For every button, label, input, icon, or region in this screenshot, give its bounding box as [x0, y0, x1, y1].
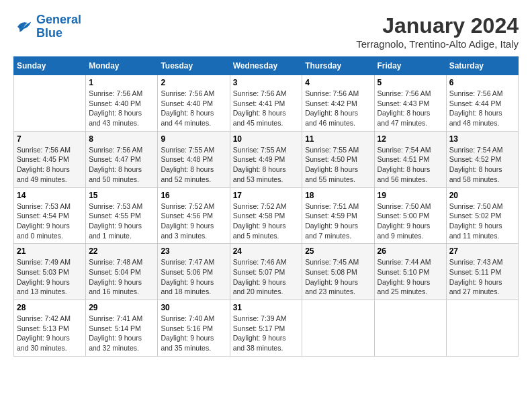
day-number: 8 [89, 134, 154, 144]
day-info: Sunrise: 7:55 AM Sunset: 4:50 PM Dayligh… [305, 145, 371, 185]
day-number: 1 [89, 78, 154, 87]
day-cell: 15Sunrise: 7:53 AM Sunset: 4:55 PM Dayli… [86, 187, 158, 244]
day-cell: 20Sunrise: 7:50 AM Sunset: 5:02 PM Dayli… [446, 187, 518, 244]
day-number: 17 [233, 191, 300, 200]
day-info: Sunrise: 7:40 AM Sunset: 5:16 PM Dayligh… [161, 314, 226, 353]
day-cell: 29Sunrise: 7:41 AM Sunset: 5:14 PM Dayli… [86, 300, 158, 357]
day-number: 19 [378, 191, 443, 200]
calendar: SundayMondayTuesdayWednesdayThursdayFrid… [13, 56, 519, 357]
day-info: Sunrise: 7:42 AM Sunset: 5:13 PM Dayligh… [17, 314, 83, 353]
day-info: Sunrise: 7:47 AM Sunset: 5:06 PM Dayligh… [161, 257, 226, 297]
day-number: 30 [161, 303, 226, 312]
day-info: Sunrise: 7:50 AM Sunset: 5:02 PM Dayligh… [449, 201, 515, 241]
day-cell: 30Sunrise: 7:40 AM Sunset: 5:16 PM Dayli… [158, 300, 230, 357]
day-number: 23 [161, 246, 226, 256]
day-cell: 18Sunrise: 7:51 AM Sunset: 4:59 PM Dayli… [302, 187, 374, 244]
day-info: Sunrise: 7:39 AM Sunset: 5:17 PM Dayligh… [233, 314, 300, 353]
day-info: Sunrise: 7:55 AM Sunset: 4:48 PM Dayligh… [161, 145, 226, 185]
day-cell [446, 300, 518, 357]
day-cell: 28Sunrise: 7:42 AM Sunset: 5:13 PM Dayli… [14, 300, 86, 357]
day-number: 22 [89, 246, 154, 256]
day-number: 11 [305, 134, 371, 144]
day-number: 3 [233, 78, 300, 87]
header-saturday: Saturday [446, 57, 518, 75]
day-info: Sunrise: 7:48 AM Sunset: 5:04 PM Dayligh… [89, 257, 154, 297]
week-row-4: 28Sunrise: 7:42 AM Sunset: 5:13 PM Dayli… [14, 300, 519, 357]
day-number: 18 [305, 191, 371, 200]
day-info: Sunrise: 7:56 AM Sunset: 4:45 PM Dayligh… [17, 145, 83, 185]
day-cell: 22Sunrise: 7:48 AM Sunset: 5:04 PM Dayli… [86, 244, 158, 300]
day-cell: 10Sunrise: 7:55 AM Sunset: 4:49 PM Dayli… [230, 131, 302, 187]
day-info: Sunrise: 7:50 AM Sunset: 5:00 PM Dayligh… [378, 201, 443, 241]
day-info: Sunrise: 7:53 AM Sunset: 4:54 PM Dayligh… [17, 201, 83, 241]
day-number: 9 [161, 134, 226, 144]
day-info: Sunrise: 7:56 AM Sunset: 4:47 PM Dayligh… [89, 145, 154, 185]
day-number: 29 [89, 303, 154, 312]
day-cell: 5Sunrise: 7:56 AM Sunset: 4:43 PM Daylig… [374, 75, 446, 132]
day-info: Sunrise: 7:56 AM Sunset: 4:43 PM Dayligh… [378, 89, 443, 128]
day-cell: 25Sunrise: 7:45 AM Sunset: 5:08 PM Dayli… [302, 244, 374, 300]
week-row-2: 14Sunrise: 7:53 AM Sunset: 4:54 PM Dayli… [14, 187, 519, 244]
day-info: Sunrise: 7:53 AM Sunset: 4:55 PM Dayligh… [89, 201, 154, 241]
day-number: 4 [305, 78, 371, 87]
day-cell: 2Sunrise: 7:56 AM Sunset: 4:40 PM Daylig… [158, 75, 230, 132]
day-cell [14, 75, 86, 132]
day-info: Sunrise: 7:41 AM Sunset: 5:14 PM Dayligh… [89, 314, 154, 353]
header-friday: Friday [374, 57, 446, 75]
location-title: Terragnolo, Trentino-Alto Adige, Italy [356, 38, 519, 50]
day-info: Sunrise: 7:56 AM Sunset: 4:44 PM Dayligh… [449, 89, 515, 128]
day-info: Sunrise: 7:56 AM Sunset: 4:41 PM Dayligh… [233, 89, 300, 128]
day-number: 12 [378, 134, 443, 144]
day-cell: 6Sunrise: 7:56 AM Sunset: 4:44 PM Daylig… [446, 75, 518, 132]
day-cell: 11Sunrise: 7:55 AM Sunset: 4:50 PM Dayli… [302, 131, 374, 187]
day-cell: 13Sunrise: 7:54 AM Sunset: 4:52 PM Dayli… [446, 131, 518, 187]
day-cell: 26Sunrise: 7:44 AM Sunset: 5:10 PM Dayli… [374, 244, 446, 300]
logo-text-line1: General [36, 13, 81, 27]
logo-text-line2: Blue [36, 27, 81, 40]
header-wednesday: Wednesday [230, 57, 302, 75]
day-info: Sunrise: 7:46 AM Sunset: 5:07 PM Dayligh… [233, 257, 300, 297]
day-cell: 19Sunrise: 7:50 AM Sunset: 5:00 PM Dayli… [374, 187, 446, 244]
day-number: 15 [89, 191, 154, 200]
day-info: Sunrise: 7:56 AM Sunset: 4:42 PM Dayligh… [305, 89, 371, 128]
day-info: Sunrise: 7:51 AM Sunset: 4:59 PM Dayligh… [305, 201, 371, 241]
day-number: 14 [17, 191, 83, 200]
day-info: Sunrise: 7:55 AM Sunset: 4:49 PM Dayligh… [233, 145, 300, 185]
day-cell: 27Sunrise: 7:43 AM Sunset: 5:11 PM Dayli… [446, 244, 518, 300]
day-info: Sunrise: 7:56 AM Sunset: 4:40 PM Dayligh… [161, 89, 226, 128]
day-cell [302, 300, 374, 357]
day-number: 13 [449, 134, 515, 144]
day-number: 16 [161, 191, 226, 200]
day-info: Sunrise: 7:54 AM Sunset: 4:51 PM Dayligh… [378, 145, 443, 185]
day-number: 21 [17, 246, 83, 256]
header-thursday: Thursday [302, 57, 374, 75]
day-info: Sunrise: 7:43 AM Sunset: 5:11 PM Dayligh… [449, 257, 515, 297]
logo: General Blue [13, 13, 81, 40]
day-number: 10 [233, 134, 300, 144]
week-row-3: 21Sunrise: 7:49 AM Sunset: 5:03 PM Dayli… [14, 244, 519, 300]
day-cell: 12Sunrise: 7:54 AM Sunset: 4:51 PM Dayli… [374, 131, 446, 187]
day-cell: 23Sunrise: 7:47 AM Sunset: 5:06 PM Dayli… [158, 244, 230, 300]
title-area: January 2024 Terragnolo, Trentino-Alto A… [356, 13, 519, 50]
day-number: 26 [378, 246, 443, 256]
day-info: Sunrise: 7:44 AM Sunset: 5:10 PM Dayligh… [378, 257, 443, 297]
week-row-0: 1Sunrise: 7:56 AM Sunset: 4:40 PM Daylig… [14, 75, 519, 132]
day-number: 24 [233, 246, 300, 256]
header: General Blue January 2024 Terragnolo, Tr… [13, 13, 519, 50]
day-cell: 24Sunrise: 7:46 AM Sunset: 5:07 PM Dayli… [230, 244, 302, 300]
day-cell: 17Sunrise: 7:52 AM Sunset: 4:58 PM Dayli… [230, 187, 302, 244]
day-number: 6 [449, 78, 515, 87]
day-cell: 8Sunrise: 7:56 AM Sunset: 4:47 PM Daylig… [86, 131, 158, 187]
day-info: Sunrise: 7:52 AM Sunset: 4:58 PM Dayligh… [233, 201, 300, 241]
day-info: Sunrise: 7:45 AM Sunset: 5:08 PM Dayligh… [305, 257, 371, 297]
day-number: 27 [449, 246, 515, 256]
day-number: 5 [378, 78, 443, 87]
header-sunday: Sunday [14, 57, 86, 75]
day-cell [374, 300, 446, 357]
day-number: 28 [17, 303, 83, 312]
header-monday: Monday [86, 57, 158, 75]
day-cell: 7Sunrise: 7:56 AM Sunset: 4:45 PM Daylig… [14, 131, 86, 187]
day-number: 7 [17, 134, 83, 144]
day-info: Sunrise: 7:49 AM Sunset: 5:03 PM Dayligh… [17, 257, 83, 297]
day-cell: 9Sunrise: 7:55 AM Sunset: 4:48 PM Daylig… [158, 131, 230, 187]
